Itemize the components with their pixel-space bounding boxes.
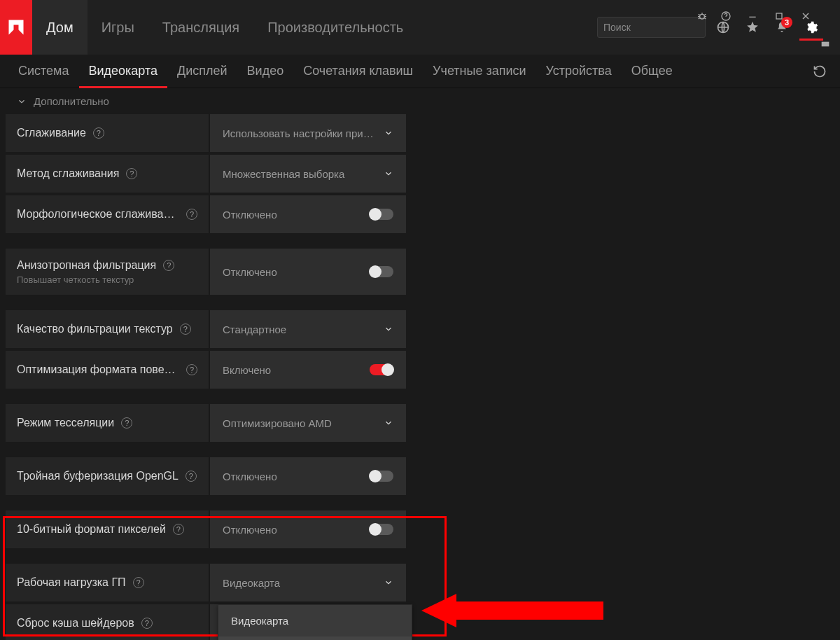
reset-icon[interactable]: [808, 60, 832, 83]
subtab-hotkeys[interactable]: Сочетания клавиш: [293, 55, 423, 88]
section-header-advanced[interactable]: Дополнительно: [6, 92, 834, 114]
setting-morph-aa: Морфологическое сглаживание ? Отключено: [6, 195, 406, 233]
nav-tab-streaming[interactable]: Трансляция: [148, 0, 253, 55]
help-icon[interactable]: ?: [173, 524, 184, 535]
help-icon[interactable]: ?: [121, 417, 132, 429]
setting-dropdown[interactable]: Видеокарта: [210, 564, 406, 601]
setting-gpu-workload: Рабочая нагрузка ГП ? Видеокарта: [6, 564, 406, 601]
setting-label: Режим тесселяции ?: [6, 404, 209, 442]
setting-label: Тройная буферизация OpenGL ?: [6, 457, 209, 495]
nav-tab-home[interactable]: Дом: [32, 0, 88, 55]
svg-point-3: [700, 14, 705, 19]
panel-icon[interactable]: [813, 32, 837, 56]
setting-dropdown[interactable]: Оптимизировано AMD: [210, 404, 406, 442]
help-icon[interactable]: ?: [180, 324, 191, 335]
setting-dropdown[interactable]: Множественная выборка: [210, 155, 406, 193]
maximize-icon[interactable]: [767, 4, 791, 28]
toggle-switch[interactable]: [370, 364, 393, 375]
svg-rect-6: [776, 13, 782, 19]
svg-rect-9: [822, 42, 830, 47]
bug-icon[interactable]: [690, 4, 714, 28]
setting-label: Сброс кэша шейдеров ?: [6, 604, 209, 640]
chevron-down-icon: [384, 128, 393, 138]
help-icon[interactable]: ?: [93, 127, 104, 139]
setting-anisotropic: Анизотропная фильтрация ? Повышает четко…: [6, 249, 406, 295]
close-icon[interactable]: [794, 4, 818, 28]
nav-tab-performance[interactable]: Производительность: [253, 0, 417, 55]
section-title: Дополнительно: [34, 95, 109, 107]
help-icon[interactable]: ?: [141, 618, 153, 629]
setting-label: Анизотропная фильтрация ? Повышает четко…: [6, 249, 209, 295]
setting-label: Рабочая нагрузка ГП ?: [6, 564, 209, 601]
setting-antialiasing: Сглаживание ? Использовать настройки при…: [6, 114, 406, 152]
chevron-down-icon: [17, 97, 27, 106]
setting-tessellation: Режим тесселяции ? Оптимизировано AMD: [6, 404, 406, 442]
chevron-down-icon: [384, 578, 393, 587]
help-icon[interactable]: ?: [133, 577, 144, 588]
setting-shader-cache: Сброс кэша шейдеров ? Видеокарта Вычисли…: [6, 604, 406, 640]
amd-logo: [0, 0, 32, 55]
setting-10bit: 10-битный формат пикселей ? Отключено: [6, 510, 406, 548]
toggle-switch[interactable]: [370, 471, 393, 482]
setting-label: Сглаживание ?: [6, 114, 209, 152]
subtab-display[interactable]: Дисплей: [167, 55, 237, 88]
chevron-down-icon: [384, 418, 393, 428]
setting-surface-opt: Оптимизация формата поверхн… ? Включено: [6, 351, 406, 389]
subtab-devices[interactable]: Устройства: [536, 55, 622, 88]
chevron-down-icon: [384, 169, 393, 179]
setting-dropdown[interactable]: Использовать настройки при…: [210, 114, 406, 152]
sub-navigation: Система Видеокарта Дисплей Видео Сочетан…: [0, 55, 840, 88]
subtab-system[interactable]: Система: [8, 55, 79, 88]
setting-label: Морфологическое сглаживание ?: [6, 195, 209, 233]
setting-dropdown[interactable]: Стандартное: [210, 310, 406, 348]
gpu-workload-dropdown: Видеокарта Вычислить: [218, 604, 412, 640]
help-icon[interactable]: [714, 4, 738, 28]
toggle-switch[interactable]: [370, 209, 393, 220]
help-icon[interactable]: ?: [186, 364, 197, 375]
setting-triple-buffer: Тройная буферизация OpenGL ? Отключено: [6, 457, 406, 495]
subtab-general[interactable]: Общее: [622, 55, 682, 88]
minimize-icon[interactable]: [741, 4, 764, 28]
main-nav: Дом Игры Трансляция Производительность: [32, 0, 417, 55]
help-icon[interactable]: ?: [163, 260, 174, 271]
setting-aa-method: Метод сглаживания ? Множественная выборк…: [6, 155, 406, 193]
setting-label: Качество фильтрации текстур ?: [6, 310, 209, 348]
setting-label: 10-битный формат пикселей ?: [6, 510, 209, 548]
setting-tex-quality: Качество фильтрации текстур ? Стандартно…: [6, 310, 406, 348]
toggle-switch[interactable]: [370, 266, 393, 277]
setting-label: Оптимизация формата поверхн… ?: [6, 351, 209, 389]
dropdown-option-graphics[interactable]: Видеокарта: [218, 605, 412, 636]
subtab-accounts[interactable]: Учетные записи: [423, 55, 536, 88]
settings-content: Дополнительно Сглаживание ? Использовать…: [0, 88, 840, 640]
help-icon[interactable]: ?: [186, 471, 197, 482]
dropdown-option-compute[interactable]: Вычислить: [218, 636, 412, 640]
setting-label: Метод сглаживания ?: [6, 155, 209, 193]
toggle-switch[interactable]: [370, 524, 393, 535]
titlebar: Дом Игры Трансляция Производительность 3: [0, 0, 840, 55]
help-icon[interactable]: ?: [126, 168, 137, 179]
nav-tab-games[interactable]: Игры: [88, 0, 148, 55]
subtab-graphics[interactable]: Видеокарта: [79, 55, 168, 88]
help-icon[interactable]: ?: [186, 209, 197, 220]
subtab-video[interactable]: Видео: [237, 55, 294, 88]
chevron-down-icon: [384, 324, 393, 334]
search-box[interactable]: [597, 17, 706, 38]
